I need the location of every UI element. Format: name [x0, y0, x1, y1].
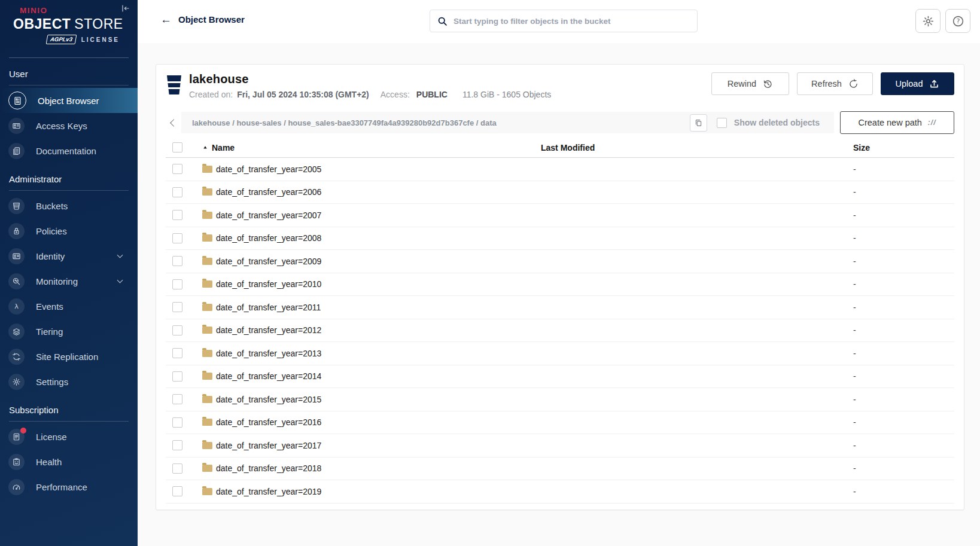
row-checkbox[interactable] — [172, 417, 182, 428]
table-row[interactable]: date_of_transfer_year=2012 - — [166, 319, 954, 343]
row-checkbox[interactable] — [172, 164, 182, 174]
table-row[interactable]: date_of_transfer_year=2011 - — [166, 296, 954, 319]
sidebar-item-site-replication[interactable]: Site Replication — [0, 344, 138, 369]
row-checkbox[interactable] — [172, 348, 182, 358]
column-name[interactable]: Name — [202, 143, 541, 152]
select-all-checkbox[interactable] — [172, 142, 182, 152]
show-deleted-toggle[interactable]: Show deleted objects — [717, 118, 826, 128]
object-name[interactable]: date_of_transfer_year=2015 — [216, 395, 321, 404]
table-row[interactable]: date_of_transfer_year=2015 - — [166, 388, 954, 411]
folder-icon — [202, 280, 212, 288]
row-size: - — [853, 164, 954, 174]
object-name[interactable]: date_of_transfer_year=2019 — [216, 487, 321, 496]
brand-name: MINIO — [20, 6, 138, 15]
table-row[interactable]: date_of_transfer_year=2007 - — [166, 204, 954, 227]
table-row[interactable]: date_of_transfer_year=2019 - — [166, 480, 954, 504]
refresh-button[interactable]: Refresh — [797, 72, 873, 95]
object-name[interactable]: date_of_transfer_year=2012 — [216, 325, 321, 335]
object-name[interactable]: date_of_transfer_year=2005 — [216, 164, 321, 174]
breadcrumb[interactable]: lakehouse / house-sales / house_sales-ba… — [192, 118, 684, 127]
sidebar-section-user: User Object Browser Access Keys Document… — [0, 69, 138, 163]
sidebar-item-documentation[interactable]: Documentation — [0, 138, 138, 163]
product-name: OBJECTSTORE — [13, 16, 138, 32]
sidebar-item-policies[interactable]: Policies — [0, 218, 138, 243]
row-checkbox[interactable] — [172, 325, 182, 335]
settings-button[interactable] — [915, 9, 941, 33]
object-name[interactable]: date_of_transfer_year=2008 — [216, 233, 321, 243]
sidebar-item-buckets[interactable]: Buckets — [0, 193, 138, 218]
svg-text:λ: λ — [14, 303, 19, 310]
row-checkbox[interactable] — [172, 256, 182, 266]
notification-dot — [20, 428, 26, 434]
object-name[interactable]: date_of_transfer_year=2006 — [216, 187, 321, 197]
table-row[interactable]: date_of_transfer_year=2009 - — [166, 250, 954, 273]
sidebar-item-health[interactable]: Health — [0, 449, 138, 474]
upload-button[interactable]: Upload — [881, 72, 954, 95]
row-checkbox[interactable] — [172, 371, 182, 382]
sidebar: MINIO OBJECTSTORE AGPLv3 LICENSE User Ob… — [0, 0, 138, 546]
object-name[interactable]: date_of_transfer_year=2014 — [216, 371, 321, 381]
object-name[interactable]: date_of_transfer_year=2018 — [216, 463, 321, 473]
sidebar-item-performance[interactable]: Performance — [0, 474, 138, 499]
agpl-badge: AGPLv3 — [45, 35, 77, 44]
sidebar-item-tiering[interactable]: Tiering — [0, 319, 138, 344]
folder-icon — [202, 327, 212, 334]
folder-icon — [202, 488, 212, 495]
sidebar-item-license[interactable]: License — [0, 424, 138, 449]
column-last-modified[interactable]: Last Modified — [541, 143, 853, 152]
path-back-button[interactable] — [166, 112, 181, 133]
object-name[interactable]: date_of_transfer_year=2016 — [216, 417, 321, 427]
object-name[interactable]: date_of_transfer_year=2009 — [216, 257, 321, 266]
sidebar-item-monitoring[interactable]: Monitoring — [0, 269, 138, 294]
table-row[interactable]: date_of_transfer_year=2006 - — [166, 181, 954, 205]
object-name[interactable]: date_of_transfer_year=2017 — [216, 441, 321, 450]
object-name[interactable]: date_of_transfer_year=2010 — [216, 279, 321, 289]
table-row[interactable]: date_of_transfer_year=2014 - — [166, 365, 954, 389]
sidebar-item-object-browser[interactable]: Object Browser — [0, 88, 138, 113]
sort-ascending-icon — [202, 145, 208, 151]
row-checkbox[interactable] — [172, 440, 182, 450]
table-header: Name Last Modified Size — [166, 138, 954, 158]
sidebar-item-access-keys[interactable]: Access Keys — [0, 113, 138, 138]
sidebar-item-events[interactable]: λ Events — [0, 294, 138, 319]
sidebar-item-identity[interactable]: Identity — [0, 243, 138, 269]
table-row[interactable]: date_of_transfer_year=2005 - — [166, 158, 954, 181]
table-row[interactable]: date_of_transfer_year=2008 - — [166, 227, 954, 251]
row-checkbox[interactable] — [172, 210, 182, 220]
bucket-header: lakehouse Created on: Fri, Jul 05 2024 1… — [156, 65, 964, 99]
object-name[interactable]: date_of_transfer_year=2011 — [216, 303, 321, 312]
rewind-button[interactable]: Rewind — [711, 72, 789, 95]
access-value[interactable]: PUBLIC — [416, 90, 448, 99]
object-name[interactable]: date_of_transfer_year=2013 — [216, 349, 321, 358]
app-window: MINIO OBJECTSTORE AGPLv3 LICENSE User Ob… — [0, 0, 980, 546]
show-deleted-checkbox[interactable] — [717, 118, 727, 128]
row-checkbox[interactable] — [172, 187, 182, 197]
row-checkbox[interactable] — [172, 394, 182, 404]
column-size[interactable]: Size — [853, 143, 954, 152]
help-button[interactable]: ? — [945, 9, 970, 33]
table-row[interactable]: date_of_transfer_year=2010 - — [166, 273, 954, 297]
table-row[interactable]: date_of_transfer_year=2017 - — [166, 434, 954, 457]
back-to-object-browser[interactable]: ← Object Browser — [160, 14, 245, 25]
create-new-path-button[interactable]: Create new path :// — [840, 111, 954, 134]
filter-objects-search[interactable] — [430, 10, 698, 32]
help-icon: ? — [952, 15, 964, 28]
search-input[interactable] — [454, 17, 690, 26]
row-checkbox[interactable] — [172, 302, 182, 312]
row-checkbox[interactable] — [172, 486, 182, 496]
table-row[interactable]: date_of_transfer_year=2013 - — [166, 342, 954, 365]
chevron-down-icon — [117, 252, 123, 258]
sidebar-item-settings[interactable]: Settings — [0, 369, 138, 394]
copy-path-button[interactable] — [690, 114, 707, 132]
row-checkbox[interactable] — [172, 463, 182, 474]
object-browser-icon — [13, 96, 22, 105]
table-row[interactable]: date_of_transfer_year=2018 - — [166, 457, 954, 481]
object-name[interactable]: date_of_transfer_year=2007 — [216, 211, 321, 220]
bucket-name: lakehouse — [189, 72, 551, 86]
rewind-icon — [763, 79, 773, 89]
row-checkbox[interactable] — [172, 233, 182, 243]
documentation-icon — [12, 147, 21, 155]
folder-icon — [202, 258, 212, 265]
row-checkbox[interactable] — [172, 279, 182, 289]
table-row[interactable]: date_of_transfer_year=2016 - — [166, 411, 954, 435]
